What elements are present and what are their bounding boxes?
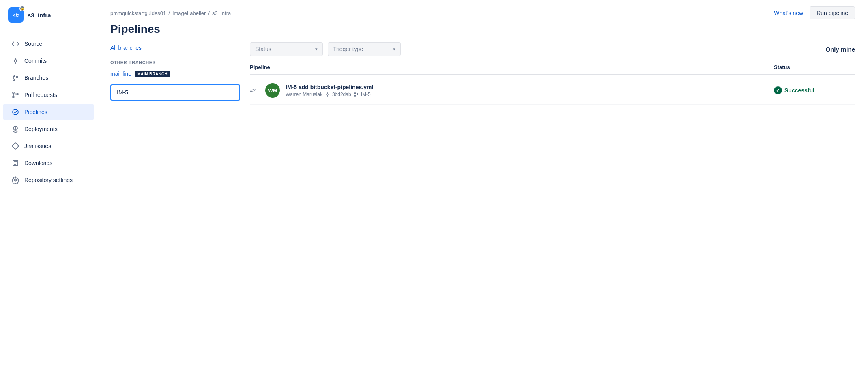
trigger-type-filter-label: Trigger type (333, 46, 363, 52)
whats-new-link[interactable]: What's new (774, 10, 803, 16)
sidebar-settings-label: Repository settings (24, 177, 73, 183)
svg-point-5 (13, 79, 15, 81)
top-bar: pmmquickstartguides01 / ImageLabeller / … (97, 0, 868, 19)
sidebar-item-downloads[interactable]: Downloads (3, 155, 94, 171)
jira-icon (11, 142, 19, 150)
col-header-status: Status (774, 64, 855, 70)
settings-icon (11, 176, 19, 184)
svg-point-22 (327, 94, 328, 95)
sidebar-source-label: Source (24, 41, 42, 47)
commits-icon (11, 57, 19, 65)
downloads-icon (11, 159, 19, 167)
sidebar-nav: Source Commits (0, 30, 97, 365)
branches-icon (11, 74, 19, 82)
pipeline-table-header: Pipeline Status (250, 64, 855, 75)
pipeline-commit: 3bd2dab (332, 92, 351, 97)
repo-logo-icon: </> 🔒 (8, 7, 24, 23)
lock-badge-icon: 🔒 (19, 6, 25, 11)
sidebar-pr-label: Pull requests (24, 92, 57, 98)
breadcrumb-sep-2: / (208, 10, 210, 16)
pipeline-row-left: #2 WM IM-5 add bitbucket-pipelines.yml W… (250, 83, 774, 98)
sidebar-downloads-label: Downloads (24, 160, 52, 166)
breadcrumb-org[interactable]: pmmquickstartguides01 (110, 10, 166, 16)
trigger-type-chevron-icon: ▾ (393, 47, 395, 52)
sidebar-item-repository-settings[interactable]: Repository settings (3, 172, 94, 188)
sidebar-repo-name: s3_infra (28, 12, 51, 19)
breadcrumb: pmmquickstartguides01 / ImageLabeller / … (110, 10, 231, 16)
svg-point-1 (14, 60, 17, 62)
sidebar-jira-label: Jira issues (24, 143, 51, 149)
sidebar-item-commits[interactable]: Commits (3, 53, 94, 69)
svg-point-4 (13, 75, 15, 77)
pipeline-meta: Warren Marusiak 3bd2dab (286, 92, 373, 97)
svg-point-9 (13, 96, 14, 98)
branches-panel: All branches OTHER BRANCHES mainline MAI… (110, 42, 240, 365)
top-bar-actions: What's new Run pipeline (774, 6, 855, 19)
page-title: Pipelines (110, 23, 855, 36)
pipeline-branch: IM-5 (361, 92, 371, 97)
deployments-icon (11, 125, 19, 133)
pipeline-title: IM-5 add bitbucket-pipelines.yml (286, 84, 373, 90)
sidebar-item-deployments[interactable]: Deployments (3, 121, 94, 137)
page-header: Pipelines (97, 19, 868, 42)
pipeline-author: Warren Marusiak (286, 92, 322, 97)
selected-branch-item[interactable]: IM-5 (110, 84, 240, 101)
only-mine-button[interactable]: Only mine (825, 43, 855, 56)
commit-icon (325, 92, 330, 97)
mainline-branch-link[interactable]: mainline (110, 71, 131, 77)
status-chevron-icon: ▾ (315, 47, 318, 52)
table-row[interactable]: #2 WM IM-5 add bitbucket-pipelines.yml W… (250, 77, 855, 105)
pipelines-panel: Status ▾ Trigger type ▾ Only mine Pipeli… (250, 42, 855, 365)
svg-rect-16 (12, 143, 19, 150)
sidebar-branches-label: Branches (24, 75, 48, 81)
mainline-branch-item: mainline MAIN BRANCH (110, 68, 240, 79)
svg-point-21 (15, 179, 17, 181)
svg-text:</>: </> (13, 12, 19, 18)
all-branches-link[interactable]: All branches (110, 42, 240, 54)
breadcrumb-repo[interactable]: s3_infra (212, 10, 231, 16)
sidebar-item-pull-requests[interactable]: Pull requests (3, 87, 94, 103)
pipeline-info: IM-5 add bitbucket-pipelines.yml Warren … (286, 84, 373, 97)
svg-point-26 (354, 95, 355, 96)
main-branch-badge: MAIN BRANCH (135, 71, 170, 77)
sidebar-item-source[interactable]: Source (3, 36, 94, 52)
pipelines-icon (11, 108, 19, 116)
sidebar: </> 🔒 s3_infra Source (0, 0, 97, 365)
sidebar-pipelines-label: Pipelines (24, 109, 47, 115)
status-filter-label: Status (255, 46, 271, 52)
sidebar-logo[interactable]: </> 🔒 s3_infra (0, 0, 97, 30)
code-icon (11, 40, 19, 48)
run-pipeline-button[interactable]: Run pipeline (810, 6, 855, 19)
success-icon: ✓ (774, 86, 782, 94)
sidebar-commits-label: Commits (24, 58, 47, 64)
pipeline-status: ✓ Successful (774, 86, 855, 94)
col-header-pipeline: Pipeline (250, 64, 774, 70)
breadcrumb-sep-1: / (168, 10, 170, 16)
svg-point-8 (13, 92, 14, 94)
pipeline-number: #2 (250, 88, 260, 94)
sidebar-item-branches[interactable]: Branches (3, 70, 94, 86)
other-branches-label: OTHER BRANCHES (110, 60, 240, 65)
branch-meta-icon (354, 92, 359, 97)
filters-row: Status ▾ Trigger type ▾ Only mine (250, 42, 855, 62)
sidebar-deployments-label: Deployments (24, 126, 58, 132)
trigger-type-filter[interactable]: Trigger type ▾ (328, 42, 401, 56)
svg-point-25 (354, 92, 355, 94)
breadcrumb-repo-group[interactable]: ImageLabeller (172, 10, 206, 16)
sidebar-item-jira-issues[interactable]: Jira issues (3, 138, 94, 154)
avatar: WM (265, 83, 280, 98)
status-filter[interactable]: Status ▾ (250, 42, 323, 56)
pipeline-status-label: Successful (784, 87, 814, 94)
pr-icon (11, 91, 19, 99)
content-area: All branches OTHER BRANCHES mainline MAI… (97, 42, 868, 365)
svg-point-10 (17, 93, 18, 95)
sidebar-item-pipelines[interactable]: Pipelines (3, 104, 94, 120)
main-content: pmmquickstartguides01 / ImageLabeller / … (97, 0, 868, 365)
